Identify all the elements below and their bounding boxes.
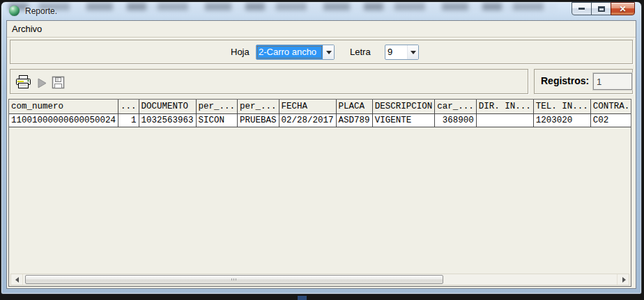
print-button[interactable] [15, 73, 31, 90]
column-header: per_... [238, 100, 279, 113]
column-header: com_numero [9, 100, 118, 113]
column-header: DIR. IN... [476, 100, 533, 113]
grid-body: 1100100000060005002411032563963SICONPRUE… [9, 113, 631, 127]
maximize-icon [598, 6, 605, 12]
letra-combobox-value: 9 [385, 45, 407, 59]
grid-cell[interactable]: VIGENTE [372, 113, 435, 127]
grid-cell[interactable]: 368900 [435, 113, 477, 127]
green-sphere-app-icon[interactable] [9, 6, 20, 16]
hoja-label: Hoja [231, 47, 250, 57]
column-header: ... [118, 100, 139, 113]
grid-cell[interactable]: 11001000000600050024 [9, 113, 118, 127]
window-title: Reporte. [25, 6, 57, 16]
minimize-button[interactable] [572, 2, 592, 15]
titlebar[interactable]: Reporte. ✕ [1, 2, 641, 20]
save-button[interactable] [49, 74, 66, 90]
letra-combobox[interactable]: 9 [385, 45, 419, 60]
action-toolbar [10, 69, 528, 94]
run-button[interactable] [33, 74, 50, 91]
grid-row[interactable]: 1100100000060005002411032563963SICONPRUE… [9, 113, 631, 127]
grid-cell[interactable]: 1203020 [533, 113, 590, 127]
grid-cell[interactable]: ASD789 [336, 113, 372, 127]
scroll-left-button[interactable] [11, 274, 23, 285]
column-header: DOCUMENTO [139, 100, 196, 113]
horizontal-scrollbar[interactable] [10, 274, 629, 285]
window: Reporte. ✕ Archivo Hoja 2-Carro ancho Le… [1, 1, 642, 294]
grid-header-row: com_numero...DOCUMENTOper_...per_...FECH… [9, 100, 631, 113]
grid-cell[interactable]: SICON [196, 113, 238, 127]
report-grid: com_numero...DOCUMENTOper_...per_...FECH… [8, 99, 631, 287]
run-arrow-icon [38, 78, 47, 88]
registros-panel: Registros: [534, 69, 633, 94]
report-table: com_numero...DOCUMENTOper_...per_...FECH… [9, 100, 631, 127]
registros-input[interactable] [593, 73, 632, 90]
hoja-combobox-value: 2-Carro ancho [256, 45, 323, 59]
column-header: CONTRA... [590, 100, 631, 113]
column-header: FECHA [279, 100, 336, 113]
grid-cell[interactable]: C02 [590, 113, 631, 127]
taskbar-hint [298, 296, 307, 300]
close-icon: ✕ [619, 5, 626, 13]
column-header: TEL. IN... [533, 100, 590, 113]
letra-label: Letra [350, 47, 371, 57]
grid-cell[interactable]: 02/28/2017 [279, 113, 336, 127]
chevron-down-icon[interactable] [407, 45, 418, 59]
scroll-right-button[interactable] [617, 274, 629, 285]
grid-cell[interactable]: 1032563963 [139, 113, 196, 127]
registros-label: Registros: [541, 75, 589, 86]
maximize-button[interactable] [591, 2, 611, 15]
column-header: DESCRIPCION [372, 100, 435, 113]
printer-icon [15, 74, 31, 89]
save-floppy-icon [52, 76, 65, 89]
column-header: car_... [435, 100, 477, 113]
column-header: per_... [196, 100, 238, 113]
caption-buttons: ✕ [572, 2, 635, 15]
aero-glass-blur [8, 3, 558, 10]
scrollbar-thumb[interactable] [25, 275, 443, 284]
close-button[interactable]: ✕ [611, 2, 635, 15]
chevron-down-icon[interactable] [323, 45, 334, 59]
menu-item-archivo[interactable]: Archivo [7, 21, 47, 34]
sheet-toolbar: Hoja 2-Carro ancho Letra 9 [10, 40, 633, 64]
client-area: Archivo Hoja 2-Carro ancho Letra 9 [6, 20, 636, 289]
column-header: PLACA [336, 100, 372, 113]
grid-cell[interactable]: PRUEBAS [238, 113, 279, 127]
grid-cell[interactable] [476, 113, 533, 127]
minimize-icon [578, 8, 585, 10]
grid-cell[interactable]: 1 [118, 113, 139, 127]
hoja-combobox[interactable]: 2-Carro ancho [256, 45, 335, 60]
menu-bar: Archivo [7, 21, 636, 38]
